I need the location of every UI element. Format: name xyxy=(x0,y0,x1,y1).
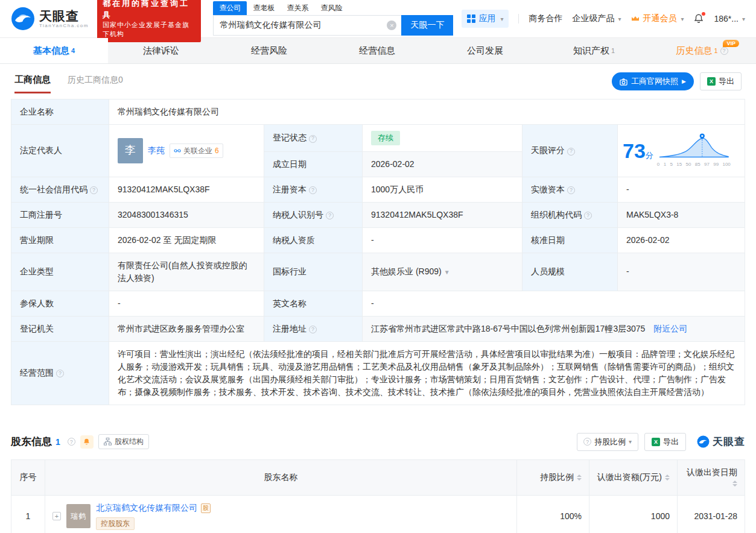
brand-domain: TianYanCha.com xyxy=(39,23,89,28)
field-label-paid-capital: 实缴资本? xyxy=(523,177,618,202)
column-shareholder-name: 股东名称 xyxy=(45,459,517,495)
related-companies-icon xyxy=(174,147,181,154)
tab-basic-info[interactable]: 基本信息4 xyxy=(0,38,108,63)
search-tab-boss[interactable]: 查老板 xyxy=(247,1,281,15)
column-holding-ratio: 持股比例 xyxy=(517,459,589,495)
export-label: 导出 xyxy=(719,76,734,87)
help-icon[interactable]: ? xyxy=(584,212,592,219)
export-button[interactable]: X 导出 xyxy=(644,433,686,451)
shareholder-link[interactable]: 北京瑞鹤文化传媒有限公司 xyxy=(96,503,197,514)
sort-icon[interactable] xyxy=(665,475,670,481)
search-button[interactable]: 天眼一下 xyxy=(401,15,453,36)
legal-rep-link[interactable]: 李莼 xyxy=(148,144,165,157)
snapshot-label: 工商官网快照 xyxy=(631,76,678,87)
menu-enterprise[interactable]: 企业级产品 ▾ xyxy=(572,13,621,24)
menu-open-vip[interactable]: 开通会员 ▾ xyxy=(631,13,684,24)
shareholder-row: 1 + 瑞鹤 北京瑞鹤文化传媒有限公司 股 控股股东 xyxy=(11,495,745,533)
help-icon[interactable]: ? xyxy=(309,326,317,333)
help-icon[interactable]: ? xyxy=(309,186,317,194)
field-value-staff-size: - xyxy=(618,253,745,291)
score-number: 73分 xyxy=(623,140,653,161)
field-value-paid-capital: - xyxy=(618,177,745,202)
field-label-english-name: 英文名称 xyxy=(264,291,363,316)
search-input[interactable] xyxy=(213,15,401,36)
tab-intellectual-property[interactable]: 知识产权1 xyxy=(540,38,648,63)
notification-dot xyxy=(702,12,705,16)
org-chart-icon xyxy=(104,438,112,446)
field-value-reg-authority: 常州市武进区政务服务管理办公室 xyxy=(109,316,264,341)
field-label-reg-number: 工商注册号 xyxy=(11,202,109,227)
field-label-reg-capital: 注册资本? xyxy=(264,177,363,202)
tab-company-development[interactable]: 公司发展 xyxy=(432,38,540,63)
tianyancha-logo[interactable]: 天眼查 TianYanCha.com xyxy=(11,7,89,31)
subtab-business-info[interactable]: 工商信息 xyxy=(14,74,51,93)
expand-button[interactable]: + xyxy=(52,512,61,520)
shareholder-amount: 1000 xyxy=(589,495,678,533)
vip-badge: VIP xyxy=(723,40,739,47)
field-label-credit-code: 统一社会信用代码? xyxy=(11,177,109,202)
help-icon[interactable]: ? xyxy=(567,186,575,194)
shareholder-name-cell: + 瑞鹤 北京瑞鹤文化传媒有限公司 股 控股股东 xyxy=(45,495,517,533)
notification-bell-icon[interactable] xyxy=(693,13,704,24)
field-label-reg-authority: 登记机关 xyxy=(11,316,109,341)
field-label-reg-status: 登记状态? xyxy=(264,125,363,152)
related-companies-tag[interactable]: 关联企业 6 xyxy=(170,144,223,158)
help-icon[interactable]: ? xyxy=(567,148,575,156)
official-snapshot-button[interactable]: 工商官网快照 ▶ xyxy=(612,72,694,90)
help-icon[interactable]: ? xyxy=(309,135,317,143)
subtab-history-business-info[interactable]: 历史工商信息0 xyxy=(68,75,123,93)
tab-operation-risk[interactable]: 经营风险 xyxy=(216,38,324,63)
chevron-down-icon: ▾ xyxy=(618,16,621,22)
search-tab-company[interactable]: 查公司 xyxy=(213,1,247,15)
export-label: 导出 xyxy=(663,437,679,447)
help-icon[interactable]: ? xyxy=(720,47,728,55)
help-icon[interactable]: ? xyxy=(56,370,64,377)
subscribe-bell-icon[interactable] xyxy=(80,435,94,449)
field-value-taxpayer-id: 91320412MAK5LQX38F xyxy=(363,202,523,227)
field-value-reg-status: 存续 xyxy=(363,125,523,152)
user-phone: 186*... xyxy=(714,14,738,24)
help-icon[interactable]: ? xyxy=(326,212,334,219)
grid-icon xyxy=(467,14,475,23)
tab-operation-info[interactable]: 经营信息 xyxy=(324,38,432,63)
search-tab-risk[interactable]: 查风险 xyxy=(314,1,348,15)
tab-history-info[interactable]: VIP 历史信息1 ? xyxy=(648,38,756,63)
crown-icon xyxy=(631,14,640,24)
user-phone-menu[interactable]: 186*... ▾ xyxy=(714,14,745,24)
export-button[interactable]: X 导出 xyxy=(700,72,742,90)
chevron-down-icon: ▾ xyxy=(742,16,745,22)
holding-ratio-filter[interactable]: ? 持股比例 ▾ xyxy=(577,433,638,451)
field-label-business-term: 营业期限 xyxy=(11,227,109,253)
equity-badge-icon[interactable]: 股 xyxy=(201,503,211,513)
top-header: 天眼查 TianYanCha.com 都在用的商业查询工具 国家中小企业发展子基… xyxy=(0,0,756,37)
sort-icon[interactable] xyxy=(732,481,737,487)
equity-structure-button[interactable]: 股权结构 xyxy=(98,434,149,449)
shareholder-date: 2031-01-28 xyxy=(678,495,745,533)
tab-label: 基本信息 xyxy=(33,45,69,57)
menu-cooperation[interactable]: 商务合作 xyxy=(529,13,562,24)
apps-menu-button[interactable]: 应用 ▾ xyxy=(462,10,509,28)
equity-structure-label: 股权结构 xyxy=(115,437,144,447)
table-row: 法定代表人 李 李莼 关联企业 6 登记状态? 存续 天眼评分? xyxy=(11,125,745,152)
field-value-credit-code: 91320412MAK5LQX38F xyxy=(109,177,264,202)
tab-count: 1 xyxy=(714,47,717,54)
field-label-score: 天眼评分? xyxy=(523,125,618,177)
help-icon[interactable]: ? xyxy=(68,438,75,446)
chevron-down-icon[interactable]: ▼ xyxy=(444,269,450,276)
field-value-approval-date: 2026-02-02 xyxy=(618,227,745,253)
nearby-companies-link[interactable]: 附近公司 xyxy=(653,324,687,333)
field-value-english-name: - xyxy=(363,291,745,316)
search-tabs: 查公司 查老板 查关系 查风险 xyxy=(213,2,453,15)
promo-line2: 国家中小企业发展子基金旗下机构 xyxy=(103,20,195,39)
sort-icon[interactable] xyxy=(577,475,582,481)
search-tab-relation[interactable]: 查关系 xyxy=(281,1,314,15)
camera-icon xyxy=(620,78,627,86)
vip-label: 开通会员 xyxy=(643,13,676,24)
help-icon[interactable]: ? xyxy=(90,186,98,194)
score-axis: 01 515 5085 9799 100 xyxy=(657,161,731,168)
promo-banner: 都在用的商业查询工具 国家中小企业发展子基金旗下机构 xyxy=(97,0,201,42)
ratio-filter-label: 持股比例 xyxy=(594,437,626,447)
legal-rep-avatar: 李 xyxy=(118,138,143,163)
field-value-establish-date: 2026-02-02 xyxy=(363,151,523,177)
tab-legal-litigation[interactable]: 法律诉讼 xyxy=(108,38,216,63)
